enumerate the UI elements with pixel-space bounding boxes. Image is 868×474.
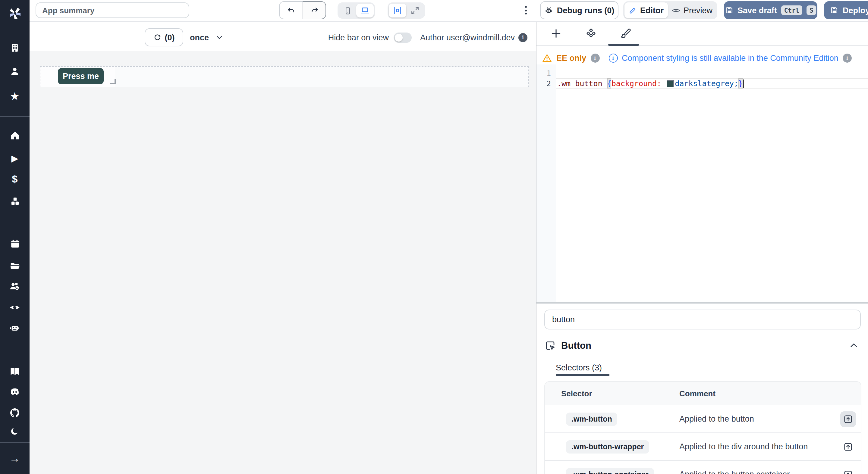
tab-editor[interactable]: Editor	[624, 2, 668, 18]
ee-info-icon[interactable]: i	[590, 53, 599, 62]
preview-eye-icon	[672, 6, 681, 15]
semicolon-token: ;	[734, 78, 738, 89]
warning-icon	[542, 53, 552, 63]
save-icon	[725, 6, 733, 14]
hide-bar-toggle[interactable]	[394, 32, 412, 42]
text-caret	[743, 79, 744, 88]
expand-icon	[410, 6, 420, 15]
undo-redo-group	[279, 1, 326, 19]
sidebar-item-workspace[interactable]	[0, 42, 30, 53]
fullscreen-button[interactable]	[406, 4, 424, 18]
more-options-button[interactable]	[521, 4, 530, 16]
preview-tab-label: Preview	[684, 6, 712, 15]
app-summary-input[interactable]	[36, 2, 189, 18]
device-toggle-group	[338, 2, 375, 19]
sidebar-item-runs[interactable]: ▶	[0, 153, 30, 163]
layout-toggle-group	[388, 2, 425, 19]
cubes-icon	[9, 196, 20, 207]
sidebar-item-workers[interactable]	[0, 322, 30, 333]
resize-handle[interactable]	[110, 79, 116, 84]
sidebar-item-theme-toggle[interactable]	[0, 426, 30, 437]
ee-only-label: EE only	[556, 53, 586, 62]
arrow-up-square-icon	[843, 442, 853, 451]
section-title: Button	[561, 340, 591, 351]
sidebar-item-discord[interactable]	[0, 386, 30, 397]
sidebar-item-home[interactable]	[0, 130, 30, 141]
refresh-count: (0)	[165, 33, 175, 42]
sidebar-item-github[interactable]	[0, 407, 30, 418]
table-row: .wm-button Applied to the button	[545, 405, 861, 433]
sidebar-item-audit-logs[interactable]	[0, 302, 30, 313]
sidebar-item-resources[interactable]	[0, 196, 30, 207]
redo-button[interactable]	[303, 1, 326, 19]
component-search-input[interactable]	[544, 310, 861, 330]
sidebar-expand-button[interactable]: →	[0, 453, 30, 464]
deploy-button[interactable]: Deploy	[824, 1, 868, 19]
tab-components[interactable]	[585, 27, 597, 39]
button-component-cell[interactable]: Press me	[40, 67, 115, 87]
center-content-button[interactable]	[389, 4, 406, 18]
sidebar-divider	[0, 442, 30, 443]
play-icon: ▶	[11, 153, 18, 162]
line-number-1: 1	[536, 68, 551, 78]
sidebar-item-folders[interactable]	[0, 260, 30, 271]
copy-selector-button[interactable]	[840, 467, 856, 474]
redo-icon	[310, 5, 319, 15]
tab-selectors[interactable]: Selectors (3)	[556, 363, 602, 372]
refresh-button[interactable]: (0)	[145, 28, 183, 46]
button-section-header[interactable]: Button	[545, 339, 591, 352]
color-swatch[interactable]	[666, 80, 674, 87]
collapse-section-button[interactable]	[847, 339, 860, 351]
canvas-grid[interactable]: Press me	[30, 51, 536, 474]
deploy-save-icon	[830, 6, 838, 14]
sidebar-divider	[0, 116, 30, 117]
grid-row: Press me	[40, 66, 529, 87]
notice-info-icon: i	[609, 53, 618, 62]
selectors-tab-underline	[556, 374, 610, 376]
save-draft-button[interactable]: Save draft Ctrl S	[724, 1, 817, 19]
robot-icon	[9, 322, 21, 333]
chevron-down-icon	[215, 33, 223, 41]
copy-selector-button[interactable]	[840, 439, 856, 454]
undo-button[interactable]	[279, 1, 303, 19]
info-icon[interactable]: i	[518, 33, 527, 42]
press-me-button[interactable]: Press me	[58, 68, 104, 84]
refresh-icon	[153, 33, 162, 41]
discord-icon	[9, 386, 21, 397]
sidebar-item-docs[interactable]	[0, 366, 30, 376]
mobile-view-button[interactable]	[339, 4, 356, 18]
selector-badge: .wm-button-container	[566, 468, 654, 474]
desktop-view-button[interactable]	[356, 4, 374, 18]
schedule-mode-dropdown[interactable]: once	[190, 28, 223, 46]
styling-browser-panel: Button Selectors (3) Selector Comment .w…	[536, 304, 868, 474]
sidebar-item-user[interactable]	[0, 66, 30, 76]
active-tab-underline	[608, 44, 639, 46]
sidebar-item-schedules[interactable]	[0, 238, 30, 249]
eye-icon	[9, 301, 21, 313]
app-canvas: (0) once Hide bar on view Author user@wi…	[30, 21, 536, 474]
sidebar-item-favorites[interactable]: ★	[0, 91, 30, 102]
css-selector-token: .wm-button	[557, 78, 607, 89]
tab-styling[interactable]	[620, 27, 632, 39]
copy-selector-button[interactable]	[840, 411, 856, 427]
app-window: ★ ▶ $	[0, 0, 868, 474]
tab-add-component[interactable]	[550, 27, 562, 39]
comment-column-header: Comment	[679, 389, 861, 398]
tab-preview[interactable]: Preview	[668, 2, 716, 18]
close-brace-token: }	[738, 78, 743, 89]
sidebar-item-variables[interactable]: $	[0, 173, 30, 184]
ee-notice-row: EE only i i Component styling is still a…	[542, 51, 852, 64]
sidebar-item-groups[interactable]	[0, 281, 30, 292]
debug-runs-button[interactable]: Debug runs (0)	[540, 1, 618, 19]
selector-comment: Applied to the div around the button	[679, 442, 861, 451]
arrow-up-square-icon	[843, 414, 853, 424]
github-icon	[9, 407, 21, 418]
debug-runs-label: Debug runs (0)	[557, 6, 615, 15]
selector-badge: .wm-button-wrapper	[566, 440, 649, 453]
mobile-icon	[343, 6, 352, 15]
css-code-editor[interactable]: 1 2 .wm-button {background: darkslategre…	[536, 64, 868, 302]
css-rule-line[interactable]: .wm-button {background: darkslategrey;}	[557, 78, 744, 89]
windmill-logo-icon[interactable]	[0, 5, 30, 22]
notice-extra-info-icon[interactable]: i	[843, 53, 852, 62]
calendar-icon	[9, 238, 20, 249]
